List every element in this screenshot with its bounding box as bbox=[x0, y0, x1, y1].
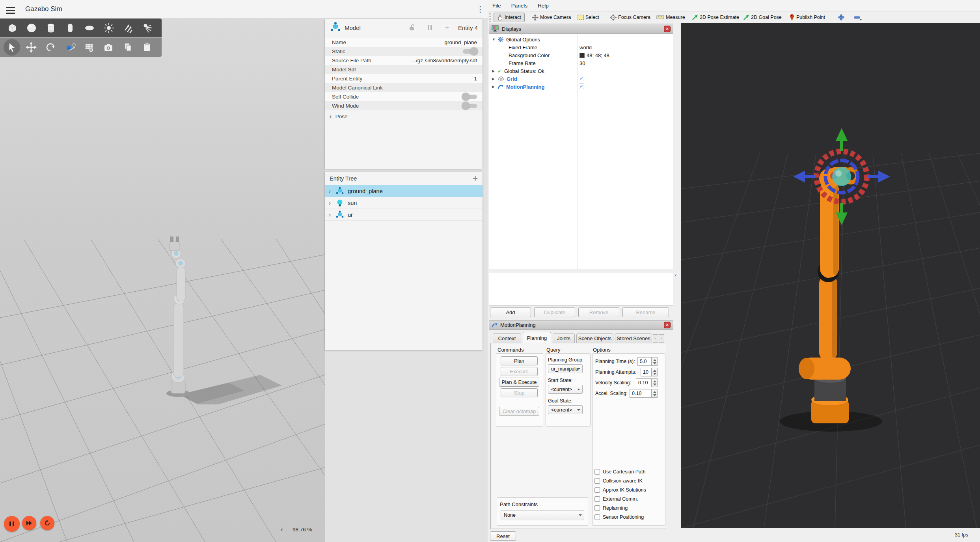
ellipsoid-shape-button[interactable] bbox=[80, 19, 99, 37]
select-tool-button[interactable] bbox=[4, 39, 20, 56]
expander-icon[interactable]: › bbox=[329, 199, 335, 206]
reset-button[interactable]: Reset bbox=[490, 531, 516, 541]
snap-tool-button[interactable] bbox=[60, 39, 79, 56]
approx-ik-solutions-checkbox-row[interactable]: Approx IK Solutions bbox=[594, 487, 646, 493]
start-state-dropdown[interactable]: <current> bbox=[548, 385, 583, 394]
capsule-shape-button[interactable] bbox=[60, 19, 80, 37]
panel-collapse-left-chevron[interactable]: ‹ bbox=[675, 272, 676, 278]
translate-tool-button[interactable] bbox=[21, 39, 41, 56]
use-cartesian-path-checkbox-row[interactable]: Use Cartesian Path bbox=[594, 469, 645, 475]
background-color-value[interactable]: 48; 48; 48 bbox=[579, 51, 609, 59]
grid-checkbox[interactable]: ✓ bbox=[579, 76, 584, 81]
sensor-positioning-checkbox-row[interactable]: Sensor Positioning bbox=[594, 514, 644, 520]
paste-button[interactable] bbox=[137, 39, 157, 56]
cylinder-shape-button[interactable] bbox=[41, 19, 60, 37]
pause-button[interactable] bbox=[4, 516, 20, 532]
tab-joints[interactable]: Joints bbox=[553, 333, 575, 343]
rename-display-button[interactable]: Rename bbox=[622, 307, 669, 317]
menu-help[interactable]: Help bbox=[538, 3, 549, 9]
fixed-frame-value[interactable]: world bbox=[579, 43, 592, 51]
interact-tool-button[interactable]: Interact bbox=[494, 13, 525, 22]
goal-state-dropdown[interactable]: <current> bbox=[548, 405, 583, 414]
tab-scroll-left[interactable]: ‹ bbox=[653, 334, 658, 343]
sphere-shape-button[interactable] bbox=[22, 19, 41, 37]
directional-light-button[interactable] bbox=[118, 19, 138, 37]
clear-octomap-button[interactable]: Clear octomap bbox=[499, 407, 539, 416]
velocity-scaling-spinbox[interactable]: 0.10 bbox=[636, 378, 652, 387]
spinner-arrows[interactable] bbox=[652, 357, 658, 366]
pause-entity-icon[interactable] bbox=[427, 24, 433, 31]
display-row-frame-rate[interactable]: Frame Rate bbox=[509, 59, 536, 67]
expander-icon[interactable]: › bbox=[329, 188, 335, 194]
tab-scene-objects[interactable]: Scene Objects bbox=[576, 333, 613, 343]
motionplanning-panel-titlebar[interactable]: MotionPlanning ✕ bbox=[489, 320, 673, 330]
path-constraints-dropdown[interactable]: None bbox=[501, 510, 584, 520]
gazebo-3d-viewport[interactable]: ‹ 98.76 % bbox=[0, 18, 325, 542]
plan-button[interactable]: Plan bbox=[501, 356, 538, 365]
checkbox[interactable] bbox=[594, 496, 600, 502]
spot-light-button[interactable] bbox=[138, 19, 157, 37]
planning-group-dropdown[interactable]: ur_manipula bbox=[548, 364, 583, 373]
pose-expander-row[interactable]: + Pose bbox=[325, 112, 483, 121]
static-toggle[interactable] bbox=[463, 49, 477, 54]
reset-sim-button[interactable] bbox=[40, 516, 54, 530]
unlock-icon[interactable] bbox=[408, 24, 416, 32]
checkbox[interactable] bbox=[594, 505, 600, 511]
step-forward-button[interactable] bbox=[22, 516, 36, 530]
external-comm-checkbox-row[interactable]: External Comm. bbox=[594, 496, 638, 502]
copy-button[interactable] bbox=[118, 39, 137, 56]
tab-scroll-right[interactable]: › bbox=[659, 334, 664, 343]
measure-tool-button[interactable]: Measure bbox=[656, 13, 685, 22]
hamburger-menu-icon[interactable] bbox=[6, 6, 15, 15]
move-camera-tool-button[interactable]: Move Camera bbox=[532, 13, 571, 22]
menu-panels[interactable]: Panels bbox=[511, 3, 527, 9]
display-row-motionplanning[interactable]: ▶ MotionPlanning bbox=[492, 83, 544, 91]
planning-time-spinbox[interactable]: 5.0 bbox=[637, 357, 652, 366]
accel-scaling-spinbox[interactable]: 0.10 bbox=[630, 389, 652, 398]
motionplanning-checkbox[interactable]: ✓ bbox=[579, 84, 584, 89]
display-row-global-status[interactable]: ▶ ✓ Global Status: Ok bbox=[492, 67, 544, 75]
frame-rate-value[interactable]: 30 bbox=[579, 59, 585, 67]
tab-context[interactable]: Context bbox=[493, 333, 521, 343]
entity-tree-add-button[interactable]: + bbox=[473, 173, 478, 184]
expander-right-icon[interactable]: ▶ bbox=[492, 85, 497, 89]
display-row-grid[interactable]: ▶ Grid bbox=[492, 75, 517, 83]
record-video-button[interactable] bbox=[79, 39, 99, 56]
model-add-icon[interactable]: + bbox=[445, 24, 449, 32]
tree-item-sun[interactable]: › sun bbox=[325, 197, 483, 209]
rviz-3d-viewport[interactable] bbox=[681, 23, 980, 528]
expander-right-icon[interactable]: ▶ bbox=[492, 69, 497, 73]
self-collide-toggle[interactable] bbox=[463, 95, 477, 99]
toolbar-drag-handle[interactable] bbox=[489, 13, 491, 22]
rtf-expander-chevron[interactable]: ‹ bbox=[281, 526, 283, 533]
pose-estimate-tool-button[interactable]: 2D Pose Estimate bbox=[692, 13, 739, 22]
checkbox[interactable] bbox=[594, 514, 600, 520]
checkbox[interactable] bbox=[594, 478, 600, 484]
box-shape-button[interactable] bbox=[2, 19, 22, 37]
execute-button[interactable]: Execute bbox=[501, 367, 538, 376]
display-row-fixed-frame[interactable]: Fixed Frame bbox=[509, 43, 537, 51]
close-icon[interactable]: ✕ bbox=[664, 26, 671, 32]
display-row-global-options[interactable]: ▼ Global Options bbox=[492, 35, 540, 43]
checkbox[interactable] bbox=[594, 469, 600, 475]
focus-camera-tool-button[interactable]: Focus Camera bbox=[610, 13, 650, 22]
display-row-background-color[interactable]: Background Color bbox=[509, 51, 550, 59]
tab-stored-scenes[interactable]: Stored Scenes bbox=[615, 333, 652, 343]
spinner-arrows[interactable] bbox=[652, 368, 658, 376]
expander-right-icon[interactable]: ▶ bbox=[492, 77, 497, 81]
publish-point-tool-button[interactable]: Publish Point bbox=[789, 13, 825, 22]
rotate-tool-button[interactable] bbox=[41, 39, 60, 56]
remove-display-button[interactable]: Remove bbox=[578, 307, 619, 317]
replanning-checkbox-row[interactable]: Replanning bbox=[594, 505, 628, 511]
tree-item-ur[interactable]: › ur bbox=[325, 209, 483, 221]
plan-and-execute-button[interactable]: Plan & Execute bbox=[499, 378, 539, 387]
expander-down-icon[interactable]: ▼ bbox=[492, 37, 497, 41]
planning-attempts-spinbox[interactable]: 10 bbox=[641, 368, 652, 376]
stop-button[interactable]: Stop bbox=[501, 388, 538, 397]
wind-mode-toggle[interactable] bbox=[463, 104, 477, 108]
tree-item-ground-plane[interactable]: › ground_plane bbox=[325, 185, 483, 197]
tab-planning[interactable]: Planning bbox=[523, 332, 551, 343]
duplicate-display-button[interactable]: Duplicate bbox=[534, 307, 575, 317]
checkbox[interactable] bbox=[594, 487, 600, 493]
displays-panel-titlebar[interactable]: Displays ✕ bbox=[489, 24, 673, 34]
